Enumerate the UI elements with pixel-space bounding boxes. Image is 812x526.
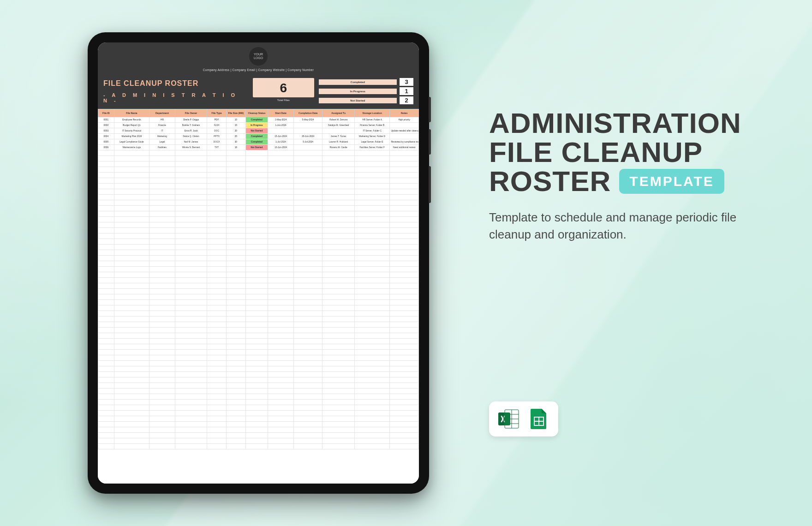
empty-cell bbox=[293, 344, 322, 350]
empty-row bbox=[98, 383, 419, 389]
empty-cell bbox=[149, 405, 175, 411]
empty-cell bbox=[268, 283, 294, 289]
empty-cell bbox=[245, 344, 268, 350]
empty-row bbox=[98, 344, 419, 350]
empty-cell bbox=[245, 256, 268, 261]
empty-row bbox=[98, 239, 419, 245]
empty-cell bbox=[268, 344, 294, 350]
empty-row bbox=[98, 267, 419, 272]
empty-cell bbox=[207, 233, 227, 239]
empty-cell bbox=[114, 405, 149, 411]
empty-cell bbox=[293, 411, 322, 416]
empty-cell bbox=[390, 150, 419, 156]
table-cell: 20-Jun-2024 bbox=[293, 134, 322, 139]
empty-cell bbox=[226, 377, 245, 383]
empty-cell bbox=[226, 206, 245, 211]
empty-cell bbox=[149, 377, 175, 383]
empty-cell bbox=[207, 272, 227, 278]
empty-cell bbox=[354, 156, 389, 161]
empty-cell bbox=[98, 261, 114, 267]
empty-cell bbox=[226, 416, 245, 422]
tablet-button bbox=[429, 166, 431, 203]
table-cell: 0004 bbox=[98, 134, 114, 139]
empty-row bbox=[98, 245, 419, 250]
table-cell: Bobbie T. Graham bbox=[175, 123, 207, 128]
empty-cell bbox=[245, 217, 268, 222]
empty-cell bbox=[98, 250, 114, 256]
empty-cell bbox=[149, 422, 175, 427]
empty-cell bbox=[354, 300, 389, 305]
empty-cell bbox=[354, 339, 389, 344]
empty-cell bbox=[354, 377, 389, 383]
empty-cell bbox=[98, 161, 114, 167]
empty-row bbox=[98, 222, 419, 228]
empty-cell bbox=[149, 355, 175, 361]
empty-cell bbox=[114, 150, 149, 156]
empty-cell bbox=[207, 200, 227, 206]
empty-cell bbox=[354, 245, 389, 250]
empty-cell bbox=[114, 222, 149, 228]
empty-cell bbox=[226, 278, 245, 283]
empty-cell bbox=[98, 389, 114, 394]
empty-cell bbox=[354, 200, 389, 206]
empty-cell bbox=[354, 433, 389, 438]
total-files-label: Total Files bbox=[253, 99, 314, 102]
empty-cell bbox=[390, 427, 419, 433]
table-cell: TXT bbox=[207, 145, 227, 150]
total-files-box: 6 Total Files bbox=[253, 78, 314, 104]
empty-cell bbox=[322, 289, 355, 294]
empty-cell bbox=[207, 283, 227, 289]
empty-cell bbox=[245, 328, 268, 333]
empty-cell bbox=[98, 294, 114, 300]
empty-cell bbox=[226, 305, 245, 311]
column-header: File Type bbox=[207, 109, 227, 117]
heading-line-2: FILE CLEANUP bbox=[489, 137, 775, 167]
column-header: Notes bbox=[390, 109, 419, 117]
empty-cell bbox=[322, 377, 355, 383]
empty-cell bbox=[268, 438, 294, 444]
table-cell bbox=[322, 128, 355, 134]
empty-cell bbox=[175, 228, 207, 233]
empty-cell bbox=[149, 256, 175, 261]
empty-cell bbox=[175, 317, 207, 322]
empty-cell bbox=[390, 344, 419, 350]
empty-cell bbox=[390, 377, 419, 383]
empty-cell bbox=[207, 167, 227, 173]
empty-cell bbox=[175, 405, 207, 411]
empty-cell bbox=[226, 438, 245, 444]
empty-cell bbox=[114, 239, 149, 245]
empty-cell bbox=[354, 361, 389, 366]
empty-cell bbox=[354, 294, 389, 300]
empty-cell bbox=[98, 427, 114, 433]
empty-cell bbox=[149, 161, 175, 167]
empty-cell bbox=[245, 233, 268, 239]
empty-cell bbox=[293, 394, 322, 400]
empty-cell bbox=[354, 161, 389, 167]
empty-cell bbox=[268, 366, 294, 372]
empty-cell bbox=[322, 233, 355, 239]
empty-cell bbox=[268, 422, 294, 427]
empty-cell bbox=[98, 322, 114, 328]
empty-cell bbox=[207, 444, 227, 449]
empty-row bbox=[98, 444, 419, 449]
empty-cell bbox=[114, 217, 149, 222]
empty-cell bbox=[114, 305, 149, 311]
empty-cell bbox=[149, 350, 175, 355]
empty-cell bbox=[114, 250, 149, 256]
empty-cell bbox=[390, 305, 419, 311]
empty-cell bbox=[354, 333, 389, 339]
empty-cell bbox=[149, 222, 175, 228]
empty-cell bbox=[245, 150, 268, 156]
empty-row bbox=[98, 256, 419, 261]
table-cell bbox=[293, 128, 322, 134]
empty-cell bbox=[98, 189, 114, 195]
table-cell: Finance bbox=[149, 123, 175, 128]
empty-cell bbox=[207, 161, 227, 167]
empty-cell bbox=[207, 411, 227, 416]
empty-cell bbox=[114, 438, 149, 444]
empty-cell bbox=[245, 333, 268, 339]
empty-cell bbox=[293, 200, 322, 206]
empty-cell bbox=[98, 422, 114, 427]
empty-cell bbox=[322, 438, 355, 444]
empty-cell bbox=[322, 389, 355, 394]
